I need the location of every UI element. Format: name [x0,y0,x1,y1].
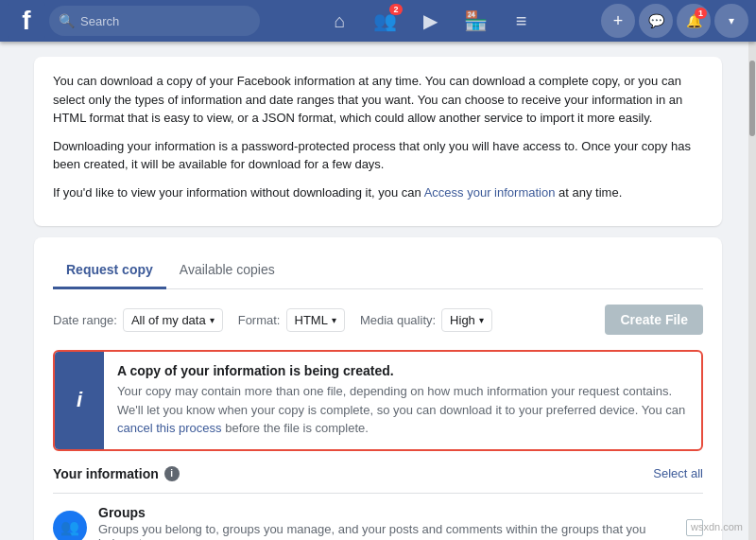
cancel-process-link[interactable]: cancel this process [117,421,222,435]
messenger-icon: 💬 [648,13,664,28]
banner-icon-area: i [55,352,104,449]
date-range-group: Date range: All of my data ▾ [53,308,223,332]
scrollbar-thumb[interactable] [749,61,755,136]
your-information-title: Your information i [53,466,180,481]
chevron-down-icon: ▾ [332,315,336,325]
description-section: You can download a copy of your Facebook… [34,57,722,226]
banner-text: Your copy may contain more than one file… [117,382,688,438]
friends-nav-button[interactable]: 👥 2 [365,0,406,42]
filters-row: Date range: All of my data ▾ Format: HTM… [53,305,703,335]
list-item: 👥 Groups Groups you belong to, groups yo… [53,493,703,541]
groups-icon: 👥 [53,511,87,541]
tab-available-copies[interactable]: Available copies [166,253,288,289]
info-items-list: 👥 Groups Groups you belong to, groups yo… [53,493,703,541]
description-para2: Downloading your information is a passwo… [53,137,703,174]
menu-nav-button[interactable]: ≡ [501,0,542,42]
marketplace-nav-button[interactable]: 🏪 [455,0,497,42]
select-all-link[interactable]: Select all [653,466,703,480]
marketplace-icon: 🏪 [464,9,488,32]
banner-content: A copy of your information is being crea… [104,352,701,449]
tab-request-copy[interactable]: Request copy [53,253,166,289]
add-button[interactable]: + [601,4,635,38]
groups-text: Groups Groups you belong to, groups you … [98,505,686,541]
home-nav-button[interactable]: ⌂ [319,0,361,42]
format-value: HTML [295,313,328,327]
notifications-button[interactable]: 🔔 1 [677,4,711,38]
media-quality-select[interactable]: High ▾ [441,308,492,332]
banner-title: A copy of your information is being crea… [117,363,688,378]
watch-nav-button[interactable]: ▶ [410,0,452,42]
banner-text-prefix: Your copy may contain more than one file… [117,384,685,417]
access-your-information-link[interactable]: Access your information [424,185,556,200]
date-range-label: Date range: [53,313,117,327]
menu-icon: ≡ [516,10,527,32]
description-para3: If you'd like to view your information w… [53,183,703,202]
your-information-header: Your information i Select all [53,466,703,481]
search-input[interactable] [80,14,250,28]
description-para3-prefix: If you'd like to view your information w… [53,185,424,200]
format-group: Format: HTML ▾ [238,308,345,332]
date-range-select[interactable]: All of my data ▾ [123,308,223,332]
groups-name: Groups [98,505,686,520]
create-file-button[interactable]: Create File [605,305,703,335]
chevron-down-icon: ▾ [210,315,215,325]
info-tooltip-icon[interactable]: i [164,466,180,481]
description-para1: You can download a copy of your Facebook… [53,72,703,128]
friends-badge: 2 [389,4,402,15]
account-button[interactable]: ▾ [714,4,748,38]
messenger-button[interactable]: 💬 [639,4,673,38]
search-icon: 🔍 [59,13,75,28]
top-navigation: f 🔍 ⌂ 👥 2 ▶ 🏪 ≡ + 💬 🔔 1 [0,0,756,42]
nav-center-icons: ⌂ 👥 2 ▶ 🏪 ≡ [260,0,601,42]
media-quality-value: High [450,313,475,327]
your-information-label: Your information [53,466,159,481]
groups-desc: Groups you belong to, groups you manage,… [98,522,686,541]
chevron-down-icon: ▾ [729,14,734,27]
format-select[interactable]: HTML ▾ [286,308,345,332]
notifications-badge: 1 [695,8,707,19]
chevron-down-icon: ▾ [479,315,484,325]
home-icon: ⌂ [334,10,345,32]
info-icon: i [77,388,82,412]
watch-icon: ▶ [423,9,438,32]
add-icon: + [613,11,624,31]
watermark: wsxdn.com [691,521,743,532]
your-information-section: Your information i Select all 👥 Groups G… [53,466,703,541]
date-range-value: All of my data [131,313,206,327]
info-banner: i A copy of your information is being cr… [53,350,703,451]
description-para3-suffix: at any time. [555,185,622,200]
search-bar[interactable]: 🔍 [49,6,260,36]
tabs-row: Request copy Available copies [53,253,703,289]
banner-text-suffix: before the file is complete. [222,421,369,435]
scrollbar[interactable] [748,42,756,540]
nav-right-icons: + 💬 🔔 1 ▾ [601,4,748,38]
media-quality-group: Media quality: High ▾ [360,308,492,332]
main-section: Request copy Available copies Date range… [34,237,722,540]
media-quality-label: Media quality: [360,313,436,327]
facebook-logo[interactable]: f [8,2,45,40]
format-label: Format: [238,313,281,327]
